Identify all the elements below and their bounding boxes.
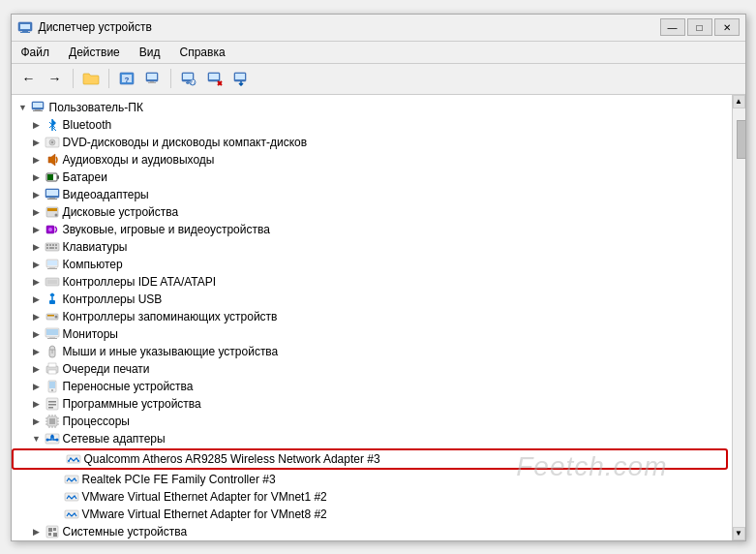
mouse-expand-icon[interactable]: ▶ [29, 344, 45, 359]
minimize-button[interactable]: — [660, 18, 685, 36]
tree-item-qualcomm[interactable]: ▶ Qualcomm Atheros AR9285 Wireless Netwo… [12, 448, 728, 470]
title-buttons: — □ ✕ [660, 18, 740, 36]
remove-button[interactable] [203, 67, 227, 90]
tree-item-system[interactable]: ▶ Системные устройства [12, 523, 732, 540]
tree-item-realtek[interactable]: ▶ Realtek PCIe FE Family Controller #3 [12, 471, 732, 488]
tree-item-usb[interactable]: ▶ Контроллеры USB [12, 291, 732, 308]
content-area: ▼ Пользователь-ПК ▶ [12, 95, 745, 540]
tree-item-cpu[interactable]: ▶ [12, 413, 732, 430]
update-button[interactable] [229, 67, 253, 90]
svg-point-92 [50, 434, 53, 437]
tree-item-vmware8[interactable]: ▶ VMware Virtual Ethernet Adapter for VM… [12, 506, 732, 523]
svg-rect-16 [209, 74, 219, 79]
firmware-icon [45, 396, 60, 412]
svg-rect-1 [20, 24, 30, 29]
portable-expand-icon[interactable]: ▶ [29, 379, 45, 394]
back-button[interactable] [17, 67, 41, 90]
svg-rect-60 [46, 329, 58, 335]
svg-point-91 [55, 438, 58, 441]
svg-rect-44 [55, 244, 57, 246]
svg-rect-3 [20, 32, 30, 33]
disk-label: Дисковые устройства [63, 205, 179, 219]
scan-icon: ↻ [180, 71, 197, 86]
display-expand-icon[interactable]: ▶ [29, 187, 45, 202]
tree-item-portable[interactable]: ▶ Переносные устройства [12, 378, 732, 395]
folder-button[interactable] [79, 67, 103, 90]
tree-item-disk[interactable]: ▶ Дисковые устройства [12, 203, 732, 221]
tree-item-print[interactable]: ▶ Очереди печати [12, 360, 732, 378]
computer-expand-icon[interactable]: ▶ [29, 257, 45, 272]
tree-item-monitors[interactable]: ▶ Мониторы [12, 325, 732, 343]
svg-rect-76 [49, 418, 55, 424]
cpu-expand-icon[interactable]: ▶ [29, 414, 45, 429]
system-label: Системные устройства [63, 525, 188, 539]
tree-item-display[interactable]: ▶ Видеоадаптеры [12, 186, 732, 203]
disk-expand-icon[interactable]: ▶ [29, 204, 45, 220]
tree-item-dvd[interactable]: ▶ DVD-дисководы и дисководы компакт-диск… [12, 134, 732, 151]
tree-item-network-group[interactable]: ▼ Сетевые адаптеры [12, 430, 732, 447]
bluetooth-expand-icon[interactable]: ▶ [29, 117, 45, 133]
svg-rect-46 [49, 247, 54, 249]
battery-expand-icon[interactable]: ▶ [29, 169, 45, 185]
tree-root[interactable]: ▼ Пользователь-ПК [12, 99, 732, 116]
help-button[interactable]: ? [115, 67, 138, 90]
tree-item-firmware[interactable]: ▶ Программные устройства [12, 395, 732, 413]
tree-item-keyboard[interactable]: ▶ Клавиатуры [12, 238, 732, 256]
realtek-icon [64, 472, 79, 487]
sound-label: Звуковые, игровые и видеоустройства [63, 223, 270, 236]
computer-icon [45, 257, 60, 272]
menu-action[interactable]: Действие [63, 44, 126, 61]
root-icon [31, 100, 46, 115]
dvd-expand-icon[interactable]: ▶ [29, 135, 45, 150]
print-expand-icon[interactable]: ▶ [29, 361, 45, 377]
disk-icon [45, 204, 60, 220]
system-expand-icon[interactable]: ▶ [29, 524, 45, 539]
tree-item-ide[interactable]: ▶ Контроллеры IDE ATA/ATAPI [12, 273, 732, 291]
usb-expand-icon[interactable]: ▶ [29, 292, 45, 307]
display-label: Видеоадаптеры [63, 188, 149, 201]
toolbar-separator-2 [108, 69, 109, 88]
pc-button[interactable] [141, 67, 165, 90]
realtek-label: Realtek PCIe FE Family Controller #3 [82, 473, 276, 486]
scan-button[interactable]: ↻ [177, 67, 200, 90]
toolbar: ? ↻ [12, 64, 745, 95]
tree-item-battery[interactable]: ▶ Батареи [12, 169, 732, 186]
svg-rect-103 [53, 533, 57, 537]
ide-expand-icon[interactable]: ▶ [29, 274, 45, 290]
menu-bar: Файл Действие Вид Справка [12, 42, 745, 64]
menu-file[interactable]: Файл [15, 44, 56, 61]
scroll-up[interactable]: ▲ [733, 95, 745, 108]
tree-item-bluetooth[interactable]: ▶ Bluetooth [12, 116, 732, 134]
usb-label: Контроллеры USB [63, 292, 163, 306]
menu-view[interactable]: Вид [134, 44, 166, 61]
scroll-track[interactable] [733, 108, 745, 527]
tree-item-computer[interactable]: ▶ Компьютер [12, 256, 732, 273]
svg-point-70 [51, 389, 53, 391]
tree-item-mouse[interactable]: ▶ Мыши и иные указывающие устройства [12, 343, 732, 360]
audio-label: Аудиовходы и аудиовыходы [63, 153, 215, 167]
root-expand-icon[interactable]: ▼ [15, 100, 31, 115]
svg-rect-69 [49, 382, 55, 388]
network-group-expand-icon[interactable]: ▼ [29, 431, 45, 446]
storage-expand-icon[interactable]: ▶ [29, 309, 45, 324]
keyboard-expand-icon[interactable]: ▶ [29, 239, 45, 255]
tree-item-audio[interactable]: ▶ Аудиовходы и аудиовыходы [12, 151, 732, 169]
window-title: Диспетчер устройств [39, 20, 152, 34]
svg-rect-22 [33, 103, 43, 108]
scroll-thumb[interactable] [737, 120, 745, 159]
close-button[interactable]: ✕ [714, 18, 740, 36]
firmware-expand-icon[interactable]: ▶ [29, 396, 45, 412]
device-tree[interactable]: ▼ Пользователь-ПК ▶ [12, 95, 732, 540]
tree-item-vmware1[interactable]: ▶ VMware Virtual Ethernet Adapter for VM… [12, 488, 732, 506]
menu-help[interactable]: Справка [174, 44, 231, 61]
tree-item-sound[interactable]: ▶ Звуковые, игровые и видеоустройства [12, 221, 732, 238]
scrollbar[interactable]: ▲ ▼ [732, 95, 745, 540]
maximize-button[interactable]: □ [687, 18, 712, 36]
monitors-expand-icon[interactable]: ▶ [29, 326, 45, 342]
tree-item-storage[interactable]: ▶ Контроллеры запоминающих устройств [12, 308, 732, 325]
scroll-down[interactable]: ▼ [733, 527, 745, 540]
audio-expand-icon[interactable]: ▶ [29, 152, 45, 168]
forward-button[interactable] [44, 67, 67, 90]
sound-expand-icon[interactable]: ▶ [29, 222, 45, 237]
dvd-label: DVD-дисководы и дисководы компакт-дисков [63, 136, 308, 149]
